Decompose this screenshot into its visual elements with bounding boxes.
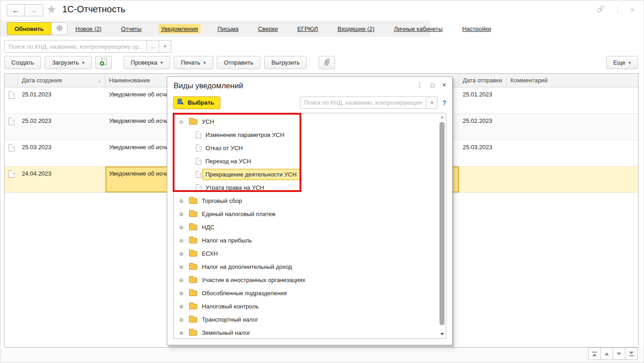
tree-item[interactable]: Отказ от УСН <box>174 141 439 155</box>
tree-group[interactable]: ⊕ Земельный налог <box>174 326 439 338</box>
expand-icon[interactable]: ⊕ <box>179 264 186 270</box>
document-icon <box>9 144 15 151</box>
dialog-menu-icon[interactable]: ⋮ <box>417 81 423 89</box>
document-icon <box>9 91 15 99</box>
tab-letters[interactable]: Письма <box>215 24 241 34</box>
tab-incoming[interactable]: Входящие (2) <box>335 24 377 34</box>
tree-item-selected[interactable]: Прекращение деятельности УСН <box>174 168 439 181</box>
folder-icon <box>189 264 197 270</box>
scroll-up-button[interactable] <box>600 348 613 360</box>
refresh-button[interactable]: Обновить <box>7 22 51 35</box>
expand-icon[interactable]: ⊕ <box>179 317 186 323</box>
link-icon[interactable] <box>596 5 605 14</box>
expand-icon[interactable]: ⊕ <box>179 251 186 257</box>
header-created-date[interactable]: Дата создания ↓ <box>18 74 105 87</box>
document-icon <box>196 145 201 151</box>
search-options-button[interactable]: ... <box>147 40 159 53</box>
document-icon <box>196 158 201 165</box>
header-icon-column[interactable] <box>5 74 18 87</box>
print-button[interactable]: Печать▾ <box>174 56 213 69</box>
header-comment[interactable]: Комментарий <box>507 74 638 87</box>
favorite-star-icon[interactable]: ★ <box>46 3 56 16</box>
tree-item[interactable]: Утрата права на УСН <box>174 181 439 194</box>
folder-icon <box>189 119 197 125</box>
folder-icon <box>189 251 197 257</box>
tree-group[interactable]: ⊕ Налог на прибыль <box>174 234 439 247</box>
tree-group[interactable]: ⊕ Обособленные подразделения <box>174 287 439 300</box>
expand-icon[interactable]: ⊕ <box>179 212 186 217</box>
more-button[interactable]: Еще▾ <box>606 56 638 69</box>
collapse-icon[interactable]: ⊖ <box>179 119 186 125</box>
tab-egrul[interactable]: ЕГРЮЛ <box>295 24 320 34</box>
dialog-close-icon[interactable]: × <box>442 81 446 89</box>
scroll-down-button[interactable] <box>613 348 625 360</box>
back-button[interactable]: ← <box>7 4 25 16</box>
tab-settings[interactable]: Настройки <box>460 24 494 34</box>
tree-group[interactable]: ⊕ ЕСХН <box>174 247 439 260</box>
tab-notifications[interactable]: Уведомления <box>159 24 200 34</box>
expand-icon[interactable]: ⊕ <box>179 304 186 309</box>
dialog-maximize-icon[interactable]: □ <box>431 82 434 89</box>
expand-icon[interactable]: ⊕ <box>179 277 186 283</box>
scroll-last-button[interactable] <box>625 348 638 360</box>
dialog-search-clear-button[interactable]: × <box>426 96 438 109</box>
folder-icon <box>189 198 197 204</box>
header-sent-date[interactable]: Дата отправки <box>459 74 507 87</box>
tree-group[interactable]: ⊕ Налоговый контроль <box>174 300 439 313</box>
load-from-file-button[interactable] <box>95 56 112 69</box>
create-button[interactable]: Создать <box>4 56 41 69</box>
settings-gear-button[interactable] <box>51 22 68 35</box>
window-titlebar: ← → ★ 1С-Отчетность ⋮ × <box>0 0 644 20</box>
tree-group[interactable]: ⊕ Налог на дополнительный доход <box>174 260 439 273</box>
tree-group[interactable]: ⊕ Транспортный налог <box>174 313 439 326</box>
tab-personal-accounts[interactable]: Личные кабинеты <box>392 24 445 34</box>
search-input[interactable] <box>4 40 147 53</box>
attachments-button[interactable] <box>319 56 335 69</box>
tree-item[interactable]: Переход на УСН <box>174 155 439 168</box>
window-close-icon[interactable]: × <box>630 6 634 14</box>
forward-button[interactable]: → <box>25 4 43 16</box>
paperclip-icon <box>324 58 330 67</box>
expand-icon[interactable]: ⊕ <box>179 238 186 243</box>
search-clear-button[interactable]: × <box>159 40 171 53</box>
tree-item[interactable]: Изменение параметров УСН <box>174 128 439 141</box>
scrollbar-up-icon[interactable] <box>439 116 444 118</box>
expand-icon[interactable]: ⊕ <box>179 291 186 296</box>
dialog-search-input[interactable] <box>300 96 426 109</box>
folder-icon <box>189 304 197 309</box>
expand-icon[interactable]: ⊕ <box>179 225 186 230</box>
page-title: 1С-Отчетность <box>62 4 125 15</box>
tree-scrollbar[interactable] <box>439 114 445 338</box>
send-button[interactable]: Отправить <box>217 56 260 69</box>
tab-reconciliations[interactable]: Сверки <box>256 24 280 34</box>
scrollbar-down-icon[interactable] <box>439 333 444 335</box>
tree-group[interactable]: ⊕ Единый налоговый платеж <box>174 207 439 221</box>
folder-icon <box>189 330 197 336</box>
document-icon <box>9 118 15 125</box>
tree-group[interactable]: ⊕ Торговый сбор <box>174 194 439 207</box>
scroll-first-button[interactable] <box>588 348 601 360</box>
document-icon <box>196 184 201 191</box>
search-bar: ... × <box>4 40 171 53</box>
tree-group[interactable]: ⊕ НДС <box>174 221 439 234</box>
notification-types-tree: ⊖ УСН Изменение параметров УСН Отказ от … <box>173 113 446 339</box>
expand-icon[interactable]: ⊕ <box>179 198 186 204</box>
document-icon <box>196 171 201 178</box>
check-button[interactable]: Проверка▾ <box>124 56 170 69</box>
tab-reports[interactable]: Отчеты <box>119 24 144 34</box>
tree-group[interactable]: ⊕ Участие в иностранных организациях <box>174 273 439 287</box>
export-button[interactable]: Выгрузить <box>264 56 307 69</box>
help-link[interactable]: ? <box>442 99 446 106</box>
chevron-down-icon: ▾ <box>204 60 206 65</box>
window-menu-icon[interactable]: ⋮ <box>614 6 621 13</box>
load-button[interactable]: Загрузить▾ <box>45 56 91 69</box>
select-button[interactable]: Выбрать <box>173 96 220 109</box>
tab-new[interactable]: Новое (2) <box>73 24 104 34</box>
history-nav: ← → <box>7 4 43 16</box>
tree-group-usn[interactable]: ⊖ УСН <box>174 115 439 128</box>
tab-strip: Обновить Новое (2) Отчеты Уведомления Пи… <box>0 20 430 37</box>
expand-icon[interactable]: ⊕ <box>179 330 186 336</box>
folder-icon <box>189 317 197 323</box>
scrollbar-thumb[interactable] <box>439 122 444 325</box>
folder-icon <box>189 238 197 243</box>
